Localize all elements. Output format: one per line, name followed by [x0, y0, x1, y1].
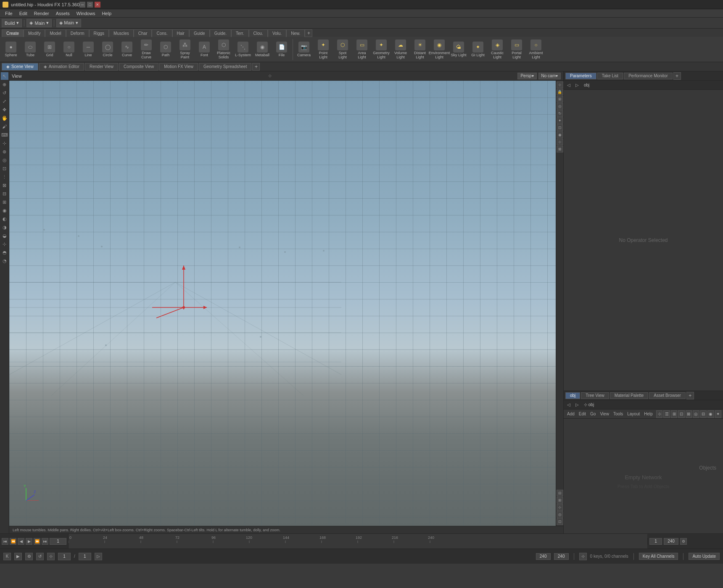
vp-right-bottom-1[interactable]: ⊟: [557, 490, 563, 496]
status-key-btn[interactable]: K: [3, 553, 11, 560]
shelf-tab-hair[interactable]: Hair: [172, 29, 189, 37]
shelf-tool-spotlight[interactable]: ⬡ Spot Light: [333, 39, 352, 60]
rbp-icon-1[interactable]: ⊹: [656, 410, 662, 418]
shelf-tool-skylight[interactable]: 🌤 Sky Light: [449, 41, 468, 58]
shelf-tool-platonic[interactable]: ⬡ Platonic Solids: [214, 39, 233, 60]
build-dropdown[interactable]: Build ▾: [2, 19, 22, 27]
vp-right-1[interactable]: ⊹: [557, 81, 563, 88]
shelf-add-tab[interactable]: +: [305, 29, 312, 37]
vp-right-9[interactable]: ⊹: [557, 139, 563, 145]
left-tool-22[interactable]: ◓: [1, 249, 8, 256]
shelf-tool-tube[interactable]: ⬭ Tube: [21, 41, 40, 58]
rbp-tab-tree-view[interactable]: Tree View: [581, 392, 609, 399]
tl-start-input[interactable]: [649, 538, 662, 545]
rbp-go-btn[interactable]: Go: [588, 412, 597, 416]
vp-right-bottom-3[interactable]: ⊹: [557, 504, 563, 511]
sculpt-tool[interactable]: ⌨: [1, 131, 8, 139]
main-right-dropdown[interactable]: ◈ Main ▾: [56, 19, 81, 27]
shelf-tab-muscles[interactable]: Muscles: [109, 29, 134, 37]
left-tool-20[interactable]: ◒: [1, 232, 8, 239]
shelf-tab-guide2[interactable]: Guide.: [210, 29, 231, 37]
shelf-tab-modify[interactable]: Modify: [24, 29, 45, 37]
shelf-tool-spray[interactable]: ⁂ Spray Paint: [176, 39, 194, 60]
tab-geometry-spreadsheet[interactable]: Geometry Spreadsheet: [199, 63, 251, 71]
tab-motion-fx[interactable]: Motion FX View: [159, 63, 198, 71]
left-tool-9[interactable]: ⊹: [1, 139, 8, 147]
left-tool-14[interactable]: ⊠: [1, 181, 8, 189]
left-tool-18[interactable]: ◐: [1, 215, 8, 223]
left-tool-21[interactable]: ⊹: [1, 240, 8, 248]
left-tool-13[interactable]: ⋮: [1, 173, 8, 181]
camera-dropdown[interactable]: No cam ▾: [538, 73, 561, 79]
shelf-tool-null[interactable]: ○ Null: [60, 41, 78, 58]
shelf-tool-distantlight[interactable]: ☀ Distant Light: [411, 39, 429, 60]
rbp-icon-5[interactable]: ⊠: [686, 410, 692, 418]
shelf-tab-char[interactable]: Char: [134, 29, 152, 37]
main-dropdown[interactable]: ◈ Main ▾: [26, 19, 52, 27]
shelf-tool-ambientlight[interactable]: ○ Ambient Light: [527, 39, 545, 60]
scale-tool[interactable]: ⤢: [1, 97, 8, 105]
vp-right-4[interactable]: ◎: [557, 103, 563, 110]
panel-add-tab[interactable]: +: [252, 63, 260, 71]
tab-performance-monitor[interactable]: Performance Monitor: [624, 73, 672, 79]
shelf-tool-causticlight[interactable]: ◈ Caustic Light: [488, 39, 507, 60]
tl-frame-input[interactable]: [50, 538, 66, 545]
shelf-tab-model[interactable]: Model: [45, 29, 66, 37]
shelf-tab-create[interactable]: Create: [2, 29, 24, 37]
handle-tool[interactable]: ✥: [1, 106, 8, 113]
rbp-layout-btn[interactable]: Layout: [625, 412, 641, 416]
shelf-tab-clou[interactable]: Clou.: [249, 29, 268, 37]
rbp-tab-obj[interactable]: obj: [565, 392, 580, 399]
statusbar-end-frame[interactable]: [536, 553, 551, 560]
status-settings-btn[interactable]: ⚙: [25, 553, 33, 560]
rp-add-tab[interactable]: +: [673, 72, 681, 80]
tl-play-forward[interactable]: ▶: [26, 538, 32, 545]
tab-parameters[interactable]: Parameters: [565, 73, 596, 79]
pose-tool[interactable]: 🖐: [1, 114, 8, 122]
rbp-help-btn[interactable]: Help: [642, 412, 654, 416]
shelf-tool-circle[interactable]: ◯ Circle: [98, 41, 117, 58]
shelf-tool-file[interactable]: 📄 File: [272, 41, 291, 58]
left-tool-19[interactable]: ◑: [1, 223, 8, 231]
menu-render[interactable]: Render: [31, 10, 53, 17]
vp-right-10[interactable]: ⊠: [557, 146, 563, 152]
key-all-channels-button[interactable]: Key All Channels: [639, 553, 678, 560]
rp-back-btn[interactable]: ◁: [565, 83, 572, 87]
paint-tool[interactable]: 🖌: [1, 123, 8, 130]
timeline-track[interactable]: 0 24 48 72 96 120 144 168 192 216 240: [68, 534, 647, 549]
viewport-canvas[interactable]: X Y Z: [9, 81, 556, 526]
left-tool-16[interactable]: ⊞: [1, 198, 8, 206]
select-tool[interactable]: ↖: [1, 72, 8, 80]
shelf-tool-curve[interactable]: ∿ Curve: [118, 41, 136, 58]
rbp-edit-btn[interactable]: Edit: [577, 412, 588, 416]
shelf-tab-deform[interactable]: Deform: [66, 29, 89, 37]
shelf-tab-guide[interactable]: Guide: [189, 29, 210, 37]
vp-right-2[interactable]: 🔒: [557, 89, 563, 95]
tab-composite-view[interactable]: Composite View: [119, 63, 158, 71]
statusbar-frame-input[interactable]: [58, 553, 71, 560]
status-reload-btn[interactable]: ↺: [36, 553, 44, 560]
status-fps-btn[interactable]: ⊹: [47, 553, 55, 560]
vp-right-5[interactable]: ↻: [557, 110, 563, 117]
tl-next-key[interactable]: ⏩: [34, 538, 40, 545]
rbp-tab-material-palette[interactable]: Material Palette: [610, 392, 648, 399]
shelf-tool-drawcurve[interactable]: ✏ Draw Curve: [137, 39, 156, 60]
close-button[interactable]: ✕: [95, 2, 100, 8]
tl-settings[interactable]: ⚙: [680, 538, 687, 545]
tl-jump-end[interactable]: ⏭: [42, 538, 48, 545]
shelf-tool-volumelight[interactable]: ☁ Volume Light: [391, 39, 410, 60]
shelf-tab-terr[interactable]: Terr.: [231, 29, 248, 37]
rotate-tool[interactable]: ↺: [1, 89, 8, 97]
tab-animation-editor[interactable]: ◈ Animation Editor: [39, 63, 84, 71]
shelf-tool-lsystem[interactable]: ⋱ L-System: [234, 41, 252, 58]
statusbar-arrow-right[interactable]: ▷: [95, 553, 102, 560]
shelf-tool-metaball[interactable]: ◉ Metaball: [253, 41, 272, 58]
restore-button[interactable]: □: [87, 2, 93, 8]
shelf-tool-grid[interactable]: ⊞ Grid: [40, 41, 59, 58]
transform-tool[interactable]: ⊕: [1, 81, 8, 88]
rbp-icon-6[interactable]: ◎: [693, 410, 699, 418]
tab-render-view[interactable]: Render View: [85, 63, 118, 71]
shelf-tab-new[interactable]: New.: [286, 29, 305, 37]
tab-scene-view[interactable]: ◈ Scene View: [2, 63, 38, 71]
tab-take-list[interactable]: Take List: [597, 73, 623, 79]
